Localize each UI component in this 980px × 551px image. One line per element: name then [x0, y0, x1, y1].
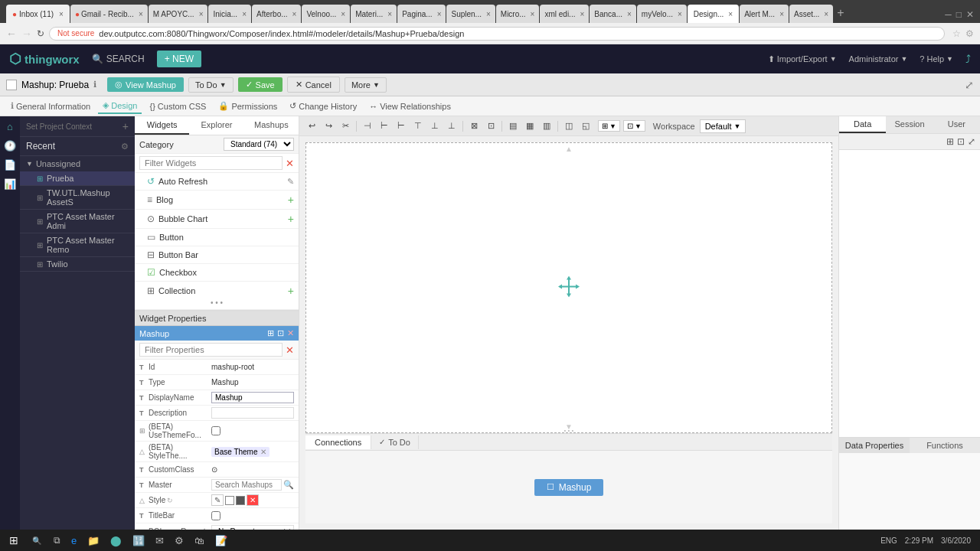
- tab-general-information[interactable]: ℹ General Information: [6, 99, 95, 113]
- sidebar-item-twutl[interactable]: ⊞ TW.UTL.Mashup AssetS: [20, 186, 135, 210]
- back-button[interactable]: ←: [6, 28, 17, 40]
- widget-item-checkbox[interactable]: ☑ Checkbox: [135, 264, 299, 282]
- sidebar-icon-home[interactable]: ⌂: [7, 121, 13, 132]
- tab-data[interactable]: Data: [839, 116, 886, 133]
- style-cross-icon[interactable]: ✕: [247, 494, 259, 506]
- forward-button[interactable]: →: [21, 28, 32, 40]
- view-mashup-button[interactable]: ◎ View Mashup: [107, 77, 184, 92]
- tab-permissions[interactable]: 🔒 Permissions: [214, 99, 282, 113]
- taskbar-mail[interactable]: ✉: [151, 533, 168, 548]
- browser-tab-inbox[interactable]: ●Inbox (11)×: [6, 5, 70, 23]
- taskbar-chrome[interactable]: ⬤: [106, 533, 126, 548]
- tab-connections[interactable]: Connections: [305, 435, 371, 449]
- taskbar-taskview[interactable]: ⧉: [49, 533, 65, 547]
- align-top-button[interactable]: ⊤: [410, 119, 426, 133]
- bubblechart-add-icon[interactable]: +: [288, 213, 294, 225]
- z-front-button[interactable]: ◫: [561, 119, 577, 133]
- url-bar[interactable]: Not secure dev.outputcc.com:8080/Thingwo…: [49, 27, 945, 41]
- browser-tab-xmledi[interactable]: xml edi...×: [540, 5, 589, 23]
- distribute-v-button[interactable]: ⊡: [483, 119, 498, 133]
- browser-tab-alert[interactable]: Alert M...×: [740, 5, 789, 23]
- browser-tab-apoyc[interactable]: M APOYC...×: [149, 5, 208, 23]
- close-button[interactable]: ✕: [966, 9, 974, 20]
- admin-button[interactable]: Administrator ▼: [849, 54, 908, 64]
- rp-layout-icon[interactable]: ⊡: [957, 136, 965, 147]
- taskbar-store[interactable]: 🛍: [190, 533, 209, 548]
- blog-add-icon[interactable]: +: [288, 194, 294, 206]
- browser-tab-afterbo[interactable]: Afterbo...×: [252, 5, 301, 23]
- ws-view-options[interactable]: ⊞ ▼: [598, 120, 620, 132]
- props-filter-input[interactable]: [139, 343, 283, 357]
- widget-filter-input[interactable]: [139, 156, 283, 170]
- size-width-button[interactable]: ▦: [522, 119, 537, 133]
- browser-tab-asset[interactable]: Asset...×: [789, 5, 833, 23]
- sub-tab-functions[interactable]: Functions: [910, 438, 980, 453]
- bookmark-icon[interactable]: ☆: [952, 28, 961, 39]
- taskbar-folder[interactable]: 📁: [83, 533, 104, 548]
- prop-checkbox-usetheme[interactable]: [211, 426, 220, 435]
- widget-item-blog[interactable]: ≡ Blog +: [135, 191, 299, 210]
- taskbar-settings[interactable]: ⚙: [170, 533, 188, 548]
- clear-props-filter-icon[interactable]: ✕: [286, 344, 294, 356]
- browser-tab-micro[interactable]: Micro...×: [496, 5, 540, 23]
- maximize-button[interactable]: □: [956, 9, 962, 20]
- style-edit-icon[interactable]: ✎: [211, 494, 224, 506]
- align-right-button[interactable]: ⊢: [394, 119, 409, 133]
- browser-tab-inicia[interactable]: Inicia...×: [208, 5, 251, 23]
- sidebar-item-twilio[interactable]: ⊞ Twilio: [20, 257, 135, 272]
- widget-item-autorefresh[interactable]: ↺ Auto Refresh ✎: [135, 173, 299, 191]
- redo-button[interactable]: ↪: [321, 119, 336, 133]
- reload-button[interactable]: ↻: [37, 28, 44, 39]
- props-fullscreen-icon[interactable]: ⊡: [277, 328, 284, 338]
- import-export-button[interactable]: ⬆ Import/Export ▼: [768, 54, 837, 64]
- sidebar-item-ptcremo[interactable]: ⊞ PTC Asset Master Remo: [20, 233, 135, 257]
- align-bottom-button[interactable]: ⊥: [444, 119, 459, 133]
- header-new-button[interactable]: + NEW: [157, 51, 201, 67]
- cancel-button[interactable]: ✕ Cancel: [287, 77, 340, 93]
- widget-item-button[interactable]: ▭ Button: [135, 229, 299, 246]
- rp-expand-icon[interactable]: ⤢: [968, 136, 975, 147]
- z-back-button[interactable]: ◱: [578, 119, 593, 133]
- props-resize-icon[interactable]: ⊞: [267, 328, 274, 338]
- sidebar-icon-recent[interactable]: 🕐: [4, 140, 16, 152]
- align-vcenter-button[interactable]: ⊥: [427, 119, 443, 133]
- tab-mashups[interactable]: Mashups: [244, 116, 299, 135]
- header-search[interactable]: 🔍 SEARCH: [92, 54, 145, 64]
- size-same-button[interactable]: ▤: [505, 119, 521, 133]
- more-button[interactable]: More ▼: [345, 77, 387, 93]
- canvas-resize-handle[interactable]: • • •: [554, 428, 584, 432]
- taskbar-calculator[interactable]: 🔢: [128, 533, 149, 548]
- sidebar-icon-chart[interactable]: 📊: [4, 178, 16, 190]
- taskbar-notes[interactable]: 📝: [211, 533, 232, 548]
- browser-tab-myvelo[interactable]: myVelo...×: [637, 5, 687, 23]
- toolbar-right-expand[interactable]: ⤢: [965, 79, 974, 91]
- undo-button[interactable]: ↩: [304, 119, 319, 133]
- start-button[interactable]: ⊞: [3, 533, 24, 548]
- prop-input-master[interactable]: [211, 479, 282, 491]
- widget-category-select[interactable]: Standard (74): [224, 138, 294, 151]
- extensions-icon[interactable]: ⚙: [965, 28, 974, 39]
- help-button[interactable]: ? Help ▼: [920, 54, 953, 64]
- tab-session[interactable]: Session: [886, 116, 933, 133]
- tab-change-history[interactable]: ↺ Change History: [285, 99, 361, 113]
- external-link-button[interactable]: ⤴: [965, 53, 971, 65]
- sidebar-item-prueba[interactable]: ⊞ Prueba: [20, 171, 135, 186]
- distribute-h-button[interactable]: ⊠: [466, 119, 482, 133]
- tab-widgets[interactable]: Widgets: [135, 116, 189, 135]
- tab-design[interactable]: ◈ Design: [98, 98, 142, 114]
- master-search-icon[interactable]: 🔍: [283, 480, 294, 490]
- sidebar-settings-icon[interactable]: ⚙: [121, 142, 129, 152]
- browser-tab-velnoo[interactable]: Velnoo...×: [302, 5, 350, 23]
- autorefresh-info-icon[interactable]: ✎: [287, 177, 294, 187]
- browser-tab-gmail[interactable]: ●Gmail - Recib...×: [70, 5, 148, 23]
- browser-tab-banca[interactable]: Banca...×: [590, 5, 636, 23]
- canvas-area[interactable]: ▲ ▼ • • •: [305, 142, 832, 433]
- sidebar-project-context[interactable]: Set Project Context +: [20, 116, 135, 137]
- tab-explorer[interactable]: Explorer: [189, 116, 243, 135]
- prop-input-description[interactable]: [211, 407, 294, 419]
- save-button[interactable]: ✓ Save: [238, 77, 283, 92]
- browser-tab-materi[interactable]: Materi...×: [351, 5, 397, 23]
- browser-tab-suplen[interactable]: Suplen...×: [446, 5, 495, 23]
- align-center-button[interactable]: ⊢: [377, 119, 392, 133]
- remove-styletheme-icon[interactable]: ✕: [260, 448, 266, 456]
